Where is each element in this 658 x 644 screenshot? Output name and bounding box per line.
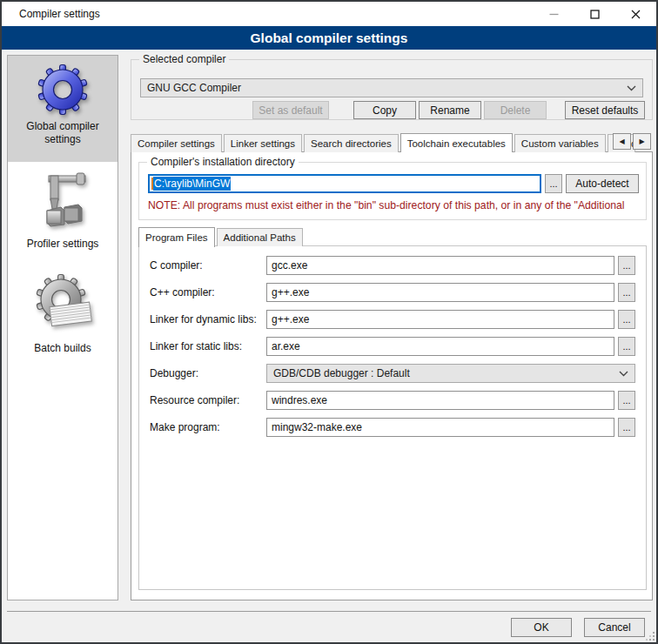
maximize-button[interactable] xyxy=(574,2,615,26)
minimize-button[interactable] xyxy=(534,2,574,26)
files-tab-strip: Program Files Additional Paths xyxy=(138,226,647,246)
note-text: NOTE: All programs must exist either in … xyxy=(148,199,641,211)
tab-linker-settings[interactable]: Linker settings xyxy=(224,134,302,152)
c-compiler-input[interactable] xyxy=(266,256,614,275)
compiler-select-value: GNU GCC Compiler xyxy=(147,82,627,94)
minimize-icon xyxy=(549,10,559,19)
field-row-debugger: Debugger: GDB/CDB debugger : Default xyxy=(150,364,635,383)
field-label: C++ compiler: xyxy=(150,286,266,299)
field-label: Linker for static libs: xyxy=(150,340,266,352)
installation-directory-row: C:\raylib\MinGW ... Auto-detect xyxy=(148,174,639,193)
tab-scroll-left-button[interactable]: ◀ xyxy=(613,133,631,150)
caption-buttons xyxy=(534,2,656,26)
field-row-resource-compiler: Resource compiler: ... xyxy=(150,391,635,410)
field-label: Resource compiler: xyxy=(150,394,266,406)
close-icon xyxy=(631,10,641,19)
close-button[interactable] xyxy=(615,2,656,26)
tab-search-directories[interactable]: Search directories xyxy=(304,134,399,152)
cancel-button[interactable]: Cancel xyxy=(584,618,645,637)
installation-directory-value: C:\raylib\MinGW xyxy=(153,177,231,191)
maximize-icon xyxy=(590,10,600,19)
toolchain-executables-panel: Compiler's installation directory C:\ray… xyxy=(131,151,653,600)
tab-additional-paths[interactable]: Additional Paths xyxy=(217,228,303,246)
debugger-select-value: GDB/CDB debugger : Default xyxy=(273,367,619,379)
sidebar-item-label: Profiler settings xyxy=(11,238,114,251)
installation-directory-input[interactable]: C:\raylib\MinGW xyxy=(148,174,541,193)
field-row-make-program: Make program: ... xyxy=(150,418,635,437)
group-legend: Compiler's installation directory xyxy=(147,156,299,168)
field-row-cpp-compiler: C++ compiler: ... xyxy=(150,283,635,302)
field-label: Linker for dynamic libs: xyxy=(150,313,266,325)
set-as-default-button[interactable]: Set as default xyxy=(252,101,329,119)
compiler-select[interactable]: GNU GCC Compiler xyxy=(140,78,643,97)
gray-gear-stack-icon xyxy=(31,272,94,339)
installation-directory-group: Compiler's installation directory C:\ray… xyxy=(138,162,647,220)
browse-cpp-compiler-button[interactable]: ... xyxy=(618,283,635,302)
cpp-compiler-input[interactable] xyxy=(266,283,614,302)
field-label: C compiler: xyxy=(150,259,266,272)
right-arrow-icon: ▶ xyxy=(639,138,644,145)
group-legend: Selected compiler xyxy=(139,53,229,65)
browse-directory-button[interactable]: ... xyxy=(545,174,562,193)
browse-make-program-button[interactable]: ... xyxy=(618,418,635,437)
browse-dynamic-linker-button[interactable]: ... xyxy=(618,310,635,329)
resize-grip[interactable] xyxy=(645,631,655,641)
tab-toolchain-executables[interactable]: Toolchain executables xyxy=(400,133,513,152)
sidebar-item-label: Global compiler settings xyxy=(11,120,114,146)
ok-button[interactable]: OK xyxy=(511,618,572,637)
caliper-icon xyxy=(35,169,91,235)
reset-defaults-button[interactable]: Reset defaults xyxy=(565,101,645,119)
sidebar-item-label: Batch builds xyxy=(11,342,114,355)
field-label: Make program: xyxy=(150,421,266,433)
static-linker-input[interactable] xyxy=(266,337,614,356)
selected-compiler-group: Selected compiler GNU GCC Compiler Set a… xyxy=(131,59,653,120)
field-label: Debugger: xyxy=(150,367,266,379)
sidebar-item-global-compiler-settings[interactable]: Global compiler settings xyxy=(8,56,118,162)
debugger-select[interactable]: GDB/CDB debugger : Default xyxy=(266,364,635,383)
tab-scroll-right-button[interactable]: ▶ xyxy=(633,133,651,150)
blue-gear-icon xyxy=(35,62,91,117)
dynamic-linker-input[interactable] xyxy=(266,310,614,329)
settings-sidebar: Global compiler settings xyxy=(7,55,118,600)
program-files-panel: C compiler: ... C++ compiler: ... Linker… xyxy=(138,245,647,590)
field-row-c-compiler: C compiler: ... xyxy=(150,256,635,275)
window-title: Compiler settings xyxy=(2,8,100,20)
copy-button[interactable]: Copy xyxy=(353,101,416,119)
chevron-down-icon xyxy=(619,371,628,377)
chevron-down-icon xyxy=(627,85,636,91)
sidebar-item-profiler-settings[interactable]: Profiler settings xyxy=(8,167,118,258)
tab-scroll-controls: ◀ ▶ xyxy=(611,133,651,150)
browse-resource-compiler-button[interactable]: ... xyxy=(618,391,635,410)
page-title: Global compiler settings xyxy=(2,26,656,50)
titlebar: Compiler settings xyxy=(2,2,656,26)
field-row-static-linker: Linker for static libs: ... xyxy=(150,337,635,356)
field-row-dynamic-linker: Linker for dynamic libs: ... xyxy=(150,310,635,329)
make-program-input[interactable] xyxy=(266,418,614,437)
browse-static-linker-button[interactable]: ... xyxy=(618,337,635,356)
sidebar-item-batch-builds[interactable]: Batch builds xyxy=(8,270,118,367)
footer-divider xyxy=(7,611,651,612)
rename-button[interactable]: Rename xyxy=(419,101,481,119)
tab-program-files[interactable]: Program Files xyxy=(138,227,215,247)
resource-compiler-input[interactable] xyxy=(266,391,614,410)
browse-c-compiler-button[interactable]: ... xyxy=(618,256,635,275)
settings-tab-strip: Compiler settings Linker settings Search… xyxy=(131,132,653,152)
left-arrow-icon: ◀ xyxy=(619,138,624,145)
compiler-buttons-row: Set as default Copy Rename Delete Reset … xyxy=(131,101,654,119)
compiler-settings-dialog: Compiler settings Global compiler settin… xyxy=(0,0,658,644)
delete-button[interactable]: Delete xyxy=(484,101,547,119)
auto-detect-button[interactable]: Auto-detect xyxy=(566,174,639,193)
tab-custom-variables[interactable]: Custom variables xyxy=(514,134,606,152)
tab-compiler-settings[interactable]: Compiler settings xyxy=(131,134,222,152)
